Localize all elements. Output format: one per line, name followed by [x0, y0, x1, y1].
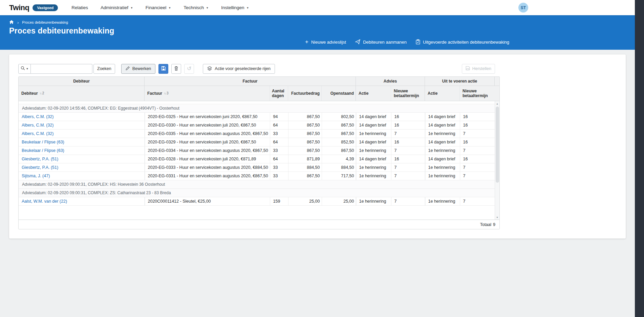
- cell-aantal-dagen: 33: [270, 146, 288, 155]
- twinq-logo[interactable]: Twinq: [9, 3, 29, 12]
- breadcrumb-current[interactable]: Proces debiteurenbewaking: [22, 20, 68, 24]
- cell-factuur: 2020-EG-0333 - Huur en servicekosten aug…: [145, 163, 270, 172]
- app-root: Twinq Vastgoed Relaties Administratief ▼…: [0, 0, 635, 243]
- scrollbar-thumb[interactable]: [496, 107, 499, 183]
- table-row[interactable]: Albers, C.M. (32)2020-EG-0335 - Huur en …: [19, 129, 495, 138]
- chevron-down-icon: ▼: [168, 6, 171, 9]
- home-icon[interactable]: [9, 20, 14, 25]
- table-row[interactable]: Beukelaar / Flipse (63)2020-EG-0329 - Hu…: [19, 138, 495, 146]
- save-button[interactable]: [158, 64, 168, 74]
- cell-nieuwe-betaaltermijn: 7: [460, 163, 495, 172]
- table-row[interactable]: Albers, C.M. (32)2020-EG-0330 - Huur en …: [19, 121, 495, 129]
- debiteur-link[interactable]: Giesbertz, P.A. (51): [22, 157, 58, 161]
- total-count: 9: [493, 222, 495, 227]
- column-header-actie[interactable]: Actie: [425, 86, 460, 101]
- cell-actie: 1e herinnering: [356, 146, 391, 155]
- undo-icon: ↺: [187, 66, 191, 71]
- cell-debiteur[interactable]: Giesbertz, P.A. (51): [19, 155, 145, 163]
- column-header-nieuwe-betaaltermijn[interactable]: Nieuwe betaaltermijn: [460, 86, 495, 101]
- cell-aantal-dagen: 33: [270, 163, 288, 172]
- debiteur-link[interactable]: Giesbertz, P.A. (51): [22, 165, 58, 170]
- table-row[interactable]: Giesbertz, P.A. (51)2020-EG-0328 - Huur …: [19, 155, 495, 163]
- cell-actie: 14 dagen brief: [425, 121, 460, 129]
- table-row[interactable]: Sijtsma, J. (47)2020-EG-0331 - Huur en s…: [19, 172, 495, 180]
- column-header-aantal-dagen[interactable]: Aantal dagen: [270, 86, 288, 101]
- debiteur-link[interactable]: Albers, C.M. (32): [22, 123, 53, 128]
- nav-item-financieel[interactable]: Financieel ▼: [146, 5, 171, 10]
- herstellen-button[interactable]: Herstellen: [462, 64, 495, 74]
- search-scope-dropdown[interactable]: ▼: [18, 64, 31, 74]
- sort-indicator: ↑↓2: [40, 91, 44, 95]
- header-actions: + Nieuwe advieslijst Debiteuren aanmanen…: [305, 39, 509, 45]
- cell-aantal-dagen: 94: [270, 112, 288, 121]
- nav-item-relaties[interactable]: Relaties: [71, 5, 88, 10]
- data-grid: DebiteurFactuurAdviesUit te voeren actie…: [18, 76, 500, 229]
- debiteur-link[interactable]: Beukelaar / Flipse (63): [22, 140, 64, 144]
- cell-nieuwe-betaaltermijn: 7: [460, 172, 495, 180]
- scroll-up-icon[interactable]: ▲: [495, 101, 500, 106]
- cell-aantal-dagen: 159: [270, 197, 288, 205]
- cell-debiteur[interactable]: Giesbertz, P.A. (51): [19, 163, 145, 172]
- page-title: Proces debiteurenbewaking: [9, 26, 114, 36]
- clipboard-icon: [416, 39, 420, 45]
- header-filler: [495, 77, 499, 86]
- table-row[interactable]: Albers, C.M. (32)2020-EG-0325 - Huur en …: [19, 112, 495, 121]
- cell-nieuwe-betaaltermijn: 16: [460, 121, 495, 129]
- cell-nieuwe-betaaltermijn: 7: [391, 197, 425, 205]
- cell-nieuwe-betaaltermijn: 7: [460, 197, 495, 205]
- column-header-nieuwe-betaaltermijn[interactable]: Nieuwe betaaltermijn: [391, 86, 425, 101]
- column-header-openstaand[interactable]: Openstaand: [322, 86, 356, 101]
- debiteuren-aanmanen-button[interactable]: Debiteuren aanmanen: [355, 39, 407, 45]
- column-header-factuurbedrag[interactable]: Factuurbedrag: [288, 86, 322, 101]
- column-header-actie[interactable]: Actie: [356, 86, 391, 101]
- table-scrollbar[interactable]: ▲ ▼: [495, 101, 499, 220]
- user-avatar[interactable]: ST: [518, 3, 528, 13]
- undo-button[interactable]: ↺: [184, 64, 194, 74]
- bewerken-button[interactable]: Bewerken: [121, 64, 156, 74]
- search-input[interactable]: [31, 64, 92, 74]
- table-row[interactable]: Giesbertz, P.A. (51)2020-EG-0333 - Huur …: [19, 163, 495, 172]
- chevron-down-icon: ▼: [246, 6, 249, 9]
- column-group-header-row: DebiteurFactuurAdviesUit te voeren actie: [19, 77, 499, 86]
- debiteur-link[interactable]: Sijtsma, J. (47): [22, 174, 50, 178]
- row-actions-button[interactable]: Actie voor geselecteerde rijen: [203, 64, 275, 74]
- action-label: Nieuwe advieslijst: [311, 40, 346, 45]
- grid-body: Adviesdatum: 02-09-2020 14:55:46, COMPLE…: [19, 101, 499, 220]
- cell-debiteur[interactable]: Albers, C.M. (32): [19, 129, 145, 138]
- debiteur-link[interactable]: Albers, C.M. (32): [22, 131, 53, 136]
- main-menu: Relaties Administratief ▼ Financieel ▼ T…: [71, 5, 249, 10]
- nav-item-technisch[interactable]: Technisch ▼: [184, 5, 209, 10]
- column-header-factuur[interactable]: Factuur↑↓3: [145, 86, 270, 101]
- cell-debiteur[interactable]: Albers, C.M. (32): [19, 112, 145, 121]
- cell-actie: 14 dagen brief: [356, 112, 391, 121]
- cell-debiteur[interactable]: Beukelaar / Flipse (63): [19, 138, 145, 146]
- cell-openstaand: 867,50: [322, 146, 356, 155]
- table-row[interactable]: Beukelaar / Flipse (63)2020-EG-0334 - Hu…: [19, 146, 495, 155]
- cell-debiteur[interactable]: Sijtsma, J. (47): [19, 172, 145, 180]
- debiteur-link[interactable]: Beukelaar / Flipse (63): [22, 148, 64, 153]
- cell-openstaand: 4,39: [322, 155, 356, 163]
- group-label: Adviesdatum: 02-09-2020 09:00:31, COMPLE…: [19, 188, 495, 197]
- table-row[interactable]: Aalst, W.M. van der (22)2020C00011412 - …: [19, 197, 495, 205]
- cell-factuurbedrag: 884,50: [288, 163, 322, 172]
- zoeken-button[interactable]: Zoeken: [93, 64, 115, 74]
- cell-actie: 1e herinnering: [425, 197, 460, 205]
- debiteur-link[interactable]: Aalst, W.M. van der (22): [22, 199, 67, 204]
- nieuwe-advieslijst-button[interactable]: + Nieuwe advieslijst: [305, 39, 346, 45]
- cell-factuur: 2020-EG-0334 - Huur en servicekosten aug…: [145, 146, 270, 155]
- cell-actie: 1e herinnering: [356, 172, 391, 180]
- delete-button[interactable]: [171, 64, 181, 74]
- scroll-down-icon[interactable]: ▼: [495, 215, 500, 220]
- nav-item-administratief[interactable]: Administratief ▼: [101, 5, 133, 10]
- cell-debiteur[interactable]: Albers, C.M. (32): [19, 121, 145, 129]
- cell-debiteur[interactable]: Aalst, W.M. van der (22): [19, 197, 145, 205]
- chevron-down-icon: ▼: [130, 6, 133, 9]
- cell-debiteur[interactable]: Beukelaar / Flipse (63): [19, 146, 145, 155]
- spacer-row: [19, 101, 495, 104]
- debiteur-link[interactable]: Albers, C.M. (32): [22, 114, 53, 119]
- uitgevoerde-activiteiten-button[interactable]: Uitgevoerde activiteiten debiteurenbewak…: [416, 39, 509, 45]
- cell-actie: 14 dagen brief: [425, 138, 460, 146]
- nav-item-instellingen[interactable]: Instellingen ▼: [221, 5, 249, 10]
- nav-item-label: Financieel: [146, 5, 167, 10]
- column-header-debiteur[interactable]: Debiteur↑↓2: [19, 86, 145, 101]
